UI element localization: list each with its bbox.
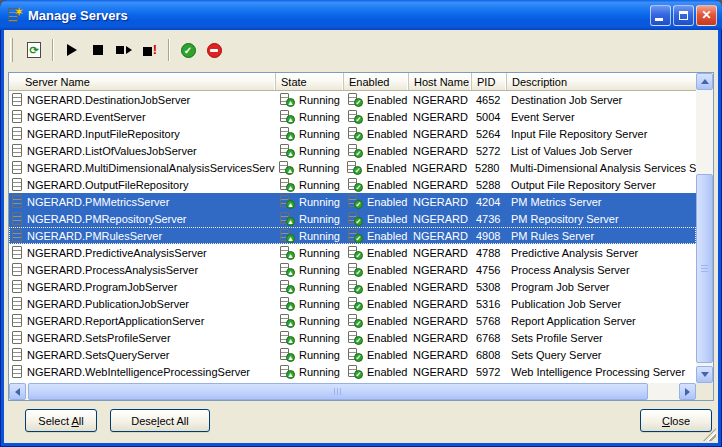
host-name: NGERARD xyxy=(413,230,468,242)
column-header-description[interactable]: Description xyxy=(507,73,713,90)
enabled-label: Enabled xyxy=(367,298,407,310)
enabled-status-icon: ✓ xyxy=(348,110,363,124)
state-label: Running xyxy=(299,366,340,378)
table-row[interactable]: NGERARD.PublicationJobServer ▲ Running ✓… xyxy=(9,295,696,312)
arrow-up-icon xyxy=(701,79,709,84)
pid: 4788 xyxy=(476,247,500,259)
table-row[interactable]: NGERARD.PMRepositoryServer ▲ Running ✓ E… xyxy=(9,210,696,227)
server-icon xyxy=(12,110,22,123)
state-label: Running xyxy=(299,145,340,157)
table-row[interactable]: NGERARD.SetsProfileServer ▲ Running ✓ En… xyxy=(9,329,696,346)
server-name: NGERARD.ReportApplicationServer xyxy=(27,315,204,327)
select-all-button[interactable]: Select All xyxy=(25,409,97,432)
scroll-up-button[interactable] xyxy=(696,73,713,90)
restart-server-button[interactable] xyxy=(111,38,137,62)
footer: Select All Deselect All Close xyxy=(4,401,718,443)
table-row[interactable]: NGERARD.EventServer ▲ Running ✓ Enabled … xyxy=(9,108,696,125)
table-row[interactable]: NGERARD.ReportApplicationServer ▲ Runnin… xyxy=(9,312,696,329)
running-status-icon: ▲ xyxy=(280,348,295,362)
running-status-icon: ▲ xyxy=(280,195,295,209)
toolbar-separator xyxy=(52,39,54,61)
enabled-label: Enabled xyxy=(366,162,406,174)
host-name: NGERARD xyxy=(413,247,468,259)
table-row[interactable]: NGERARD.PMRulesServer ▲ Running ✓ Enable… xyxy=(9,227,696,244)
description: PM Repository Server xyxy=(511,213,619,225)
table-row[interactable]: NGERARD.ProcessAnalysisServer ▲ Running … xyxy=(9,261,696,278)
column-header-state[interactable]: State xyxy=(276,73,344,90)
server-icon xyxy=(12,331,22,344)
state-label: Running xyxy=(299,128,340,140)
table-row[interactable]: NGERARD.PMMetricsServer ▲ Running ✓ Enab… xyxy=(9,193,696,210)
table-row[interactable]: NGERARD.InputFileRepository ▲ Running ✓ … xyxy=(9,125,696,142)
pid: 5316 xyxy=(476,298,500,310)
enabled-label: Enabled xyxy=(367,247,407,259)
pid: 4204 xyxy=(476,196,500,208)
scroll-left-button[interactable] xyxy=(9,383,26,400)
description: Destination Job Server xyxy=(511,94,622,106)
state-label: Running xyxy=(299,281,340,293)
enable-server-button[interactable]: ✓ xyxy=(175,38,201,62)
host-name: NGERARD xyxy=(413,298,468,310)
scrollbar-corner xyxy=(696,383,713,400)
scroll-right-button[interactable] xyxy=(679,383,696,400)
horizontal-scrollbar-thumb[interactable] xyxy=(28,383,648,400)
table-row[interactable]: NGERARD.DestinationJobServer ▲ Running ✓… xyxy=(9,91,696,108)
enabled-status-icon: ✓ xyxy=(348,297,363,311)
running-status-icon: ▲ xyxy=(280,144,295,158)
enabled-status-icon: ✓ xyxy=(348,348,363,362)
titlebar: ✶ Manage Servers ✕ xyxy=(0,0,722,30)
description: Event Server xyxy=(511,111,575,123)
server-name: NGERARD.PublicationJobServer xyxy=(27,298,189,310)
manage-servers-window: ✶ Manage Servers ✕ ⟳ ! ✓ Server Name xyxy=(0,0,722,447)
maximize-button[interactable] xyxy=(673,5,694,26)
table-row[interactable]: NGERARD.MultiDimensionalAnalysisServices… xyxy=(9,159,696,176)
enabled-status-icon: ✓ xyxy=(348,263,363,277)
minimize-button[interactable] xyxy=(650,5,671,26)
state-label: Running xyxy=(299,315,340,327)
running-status-icon: ▲ xyxy=(280,110,295,124)
table-row[interactable]: NGERARD.WebIntelligenceProcessingServer … xyxy=(9,363,696,380)
server-name: NGERARD.MultiDimensionalAnalysisServices… xyxy=(27,162,275,174)
enabled-label: Enabled xyxy=(367,281,407,293)
table-row[interactable]: NGERARD.OutputFileRepository ▲ Running ✓… xyxy=(9,176,696,193)
pid: 5768 xyxy=(476,315,500,327)
host-name: NGERARD xyxy=(413,94,468,106)
server-name: NGERARD.ProgramJobServer xyxy=(27,281,177,293)
close-dialog-button[interactable]: Close xyxy=(640,409,712,432)
scroll-down-button[interactable] xyxy=(696,366,713,383)
refresh-button[interactable]: ⟳ xyxy=(21,38,47,62)
horizontal-scrollbar[interactable] xyxy=(9,383,696,400)
column-header-enabled[interactable]: Enabled xyxy=(344,73,409,90)
column-header-server-name[interactable]: Server Name xyxy=(9,73,276,90)
column-header-pid[interactable]: PID xyxy=(472,73,507,90)
toolbar-gripper[interactable] xyxy=(10,38,13,62)
server-name: NGERARD.DestinationJobServer xyxy=(27,94,190,106)
table-row[interactable]: NGERARD.SetsQueryServer ▲ Running ✓ Enab… xyxy=(9,346,696,363)
table-row[interactable]: NGERARD.ListOfValuesJobServer ▲ Running … xyxy=(9,142,696,159)
window-title: Manage Servers xyxy=(28,8,650,23)
enabled-status-icon: ✓ xyxy=(348,127,363,141)
table-row[interactable]: NGERARD.PredictiveAnalysisServer ▲ Runni… xyxy=(9,244,696,261)
enabled-label: Enabled xyxy=(367,213,407,225)
dialog-client-area: ⟳ ! ✓ Server Name State Enabled Host Nam… xyxy=(4,30,718,443)
running-status-icon: ▲ xyxy=(280,297,295,311)
force-stop-button[interactable]: ! xyxy=(137,38,163,62)
table-row[interactable]: NGERARD.ProgramJobServer ▲ Running ✓ Ena… xyxy=(9,278,696,295)
app-server-icon: ✶ xyxy=(7,7,23,23)
vertical-scrollbar[interactable] xyxy=(696,73,713,383)
disable-server-button[interactable] xyxy=(201,38,227,62)
description: PM Metrics Server xyxy=(511,196,601,208)
running-status-icon: ▲ xyxy=(280,314,295,328)
arrow-down-icon xyxy=(701,372,709,377)
description: Program Job Server xyxy=(511,281,609,293)
close-button[interactable]: ✕ xyxy=(696,5,717,26)
host-name: NGERARD xyxy=(413,315,468,327)
pid: 4736 xyxy=(476,213,500,225)
column-header-host-name[interactable]: Host Name xyxy=(409,73,472,90)
enabled-label: Enabled xyxy=(367,366,407,378)
vertical-scrollbar-thumb[interactable] xyxy=(696,174,713,363)
stop-server-button[interactable] xyxy=(85,38,111,62)
deselect-all-button[interactable]: Deselect All xyxy=(110,409,210,432)
host-name: NGERARD xyxy=(413,281,468,293)
start-server-button[interactable] xyxy=(59,38,85,62)
